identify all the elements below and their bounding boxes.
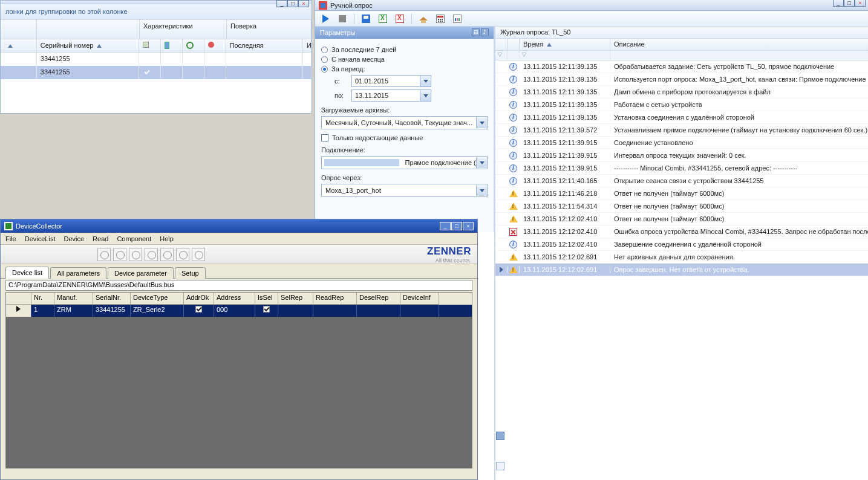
col-deviceinf[interactable]: DeviceInf	[400, 293, 439, 305]
home-button[interactable]	[418, 13, 429, 24]
log-row[interactable]: 13.11.2015 12:11:39.915Соединение устано…	[495, 137, 868, 149]
toolbar-icon[interactable]	[160, 248, 174, 261]
log-row[interactable]: 13.11.2015 12:11:54.314Ответ не получен …	[495, 200, 868, 213]
i-header[interactable]: И	[303, 39, 312, 52]
archives-select[interactable]: Месячный, Суточный, Часовой, Текущие зна…	[321, 116, 488, 129]
dropdown-icon[interactable]	[476, 185, 487, 196]
minimize-button[interactable]: _	[833, 0, 844, 7]
via-select[interactable]: Moxa_13_port_hot	[321, 184, 488, 197]
log-row[interactable]: 13.11.2015 12:12:02.691Нет архивных данн…	[495, 251, 868, 264]
col-address[interactable]: Address	[214, 293, 255, 305]
date-to-input[interactable]: 13.11.2015	[351, 89, 431, 102]
log-row[interactable]: 13.11.2015 12:12:02.410Ошибка опроса уст…	[495, 225, 868, 238]
export-excel-button[interactable]	[377, 13, 388, 24]
dropdown-icon[interactable]	[420, 76, 431, 86]
menu-devicelist[interactable]: DeviceList	[25, 235, 56, 242]
dropdown-icon[interactable]	[476, 157, 487, 168]
log-row[interactable]: 13.11.2015 12:11:39.135Работаем с сетью …	[495, 99, 868, 111]
char-col-2[interactable]	[161, 39, 183, 52]
tab-device-list[interactable]: Device list	[5, 267, 49, 279]
characteristics-group-header[interactable]: Характеристики	[140, 20, 227, 39]
pin-button[interactable]: ⤴	[481, 28, 489, 36]
dropdown-icon[interactable]	[476, 117, 487, 128]
toolbar-icon[interactable]	[129, 248, 142, 261]
menu-device[interactable]: Device	[64, 235, 84, 242]
char-col-3[interactable]	[183, 39, 204, 52]
toolbar-icon[interactable]	[97, 248, 111, 261]
desc-header[interactable]: Описание	[610, 39, 868, 50]
minimize-button[interactable]: _	[276, 0, 287, 7]
tab-device-parameter[interactable]: Device parameter	[108, 267, 174, 279]
log-row[interactable]: 13.11.2015 12:12:02.410Ответ не получен …	[495, 213, 868, 225]
delete-export-button[interactable]	[394, 13, 405, 24]
col-addrok[interactable]: AddrOk	[184, 293, 214, 305]
device-row[interactable]: 33441255	[1, 66, 312, 79]
maximize-button[interactable]: □	[844, 0, 855, 7]
menu-file[interactable]: File	[5, 235, 16, 242]
period-month-radio[interactable]: С начала месяца	[321, 56, 488, 63]
missing-only-checkbox[interactable]: Только недостающие данные	[321, 134, 488, 141]
col-devicetype[interactable]: DeviceType	[131, 293, 184, 305]
col-deselrep[interactable]: DeselRep	[357, 293, 400, 305]
menu-component[interactable]: Component	[117, 235, 151, 242]
log-row[interactable]: 13.11.2015 12:11:39.135Обрабатывается за…	[495, 60, 868, 73]
filter-cell[interactable]: ▽	[520, 51, 610, 60]
dropdown-icon[interactable]	[420, 90, 431, 101]
log-row[interactable]: 13.11.2015 12:11:39.135Используется порт…	[495, 73, 868, 86]
sort-col[interactable]	[1, 39, 37, 52]
log-row[interactable]: 13.11.2015 12:12:02.410Завершение соедин…	[495, 238, 868, 251]
col-issel[interactable]: IsSel	[255, 293, 278, 305]
log-row[interactable]: 13.11.2015 12:11:46.218Ответ не получен …	[495, 187, 868, 200]
stop-button[interactable]	[337, 13, 348, 24]
tab-all-parameters[interactable]: All parameters	[50, 267, 106, 279]
close-button[interactable]: ×	[463, 222, 474, 230]
date-from-input[interactable]: 01.01.2015	[351, 75, 431, 87]
log-row[interactable]: 13.11.2015 12:11:39.915Интервал опроса т…	[495, 149, 868, 162]
period-last7-radio[interactable]: За последние 7 дней	[321, 46, 488, 53]
filter-cell[interactable]	[610, 51, 868, 60]
col-nr[interactable]: Nr.	[31, 293, 54, 305]
autohide-button[interactable]: ⊟	[472, 28, 480, 36]
serial-header[interactable]: Серийный номер	[37, 39, 139, 52]
bus-path[interactable]: C:\ProgramData\ZENNER\GMM\Busses\Default…	[5, 280, 472, 291]
save-button[interactable]	[361, 13, 371, 24]
log-row[interactable]: 13.11.2015 12:11:39.135Установка соедине…	[495, 111, 868, 124]
issel-checkbox[interactable]	[263, 306, 270, 313]
last-header[interactable]: Последняя	[226, 39, 303, 52]
log-row[interactable]: 13.11.2015 12:11:39.915----------- Minoc…	[495, 162, 868, 175]
strip-button-1[interactable]	[496, 432, 504, 440]
device-row[interactable]: 33441255	[1, 53, 312, 66]
col-readrep[interactable]: ReadRep	[313, 293, 357, 305]
menu-read[interactable]: Read	[93, 235, 108, 242]
toolbar-icon[interactable]	[145, 248, 158, 261]
device-grid-row[interactable]: 1 ZRM 33441255 ZR_Serie2 000	[6, 305, 472, 317]
maximize-button[interactable]: □	[287, 0, 298, 7]
col-serial[interactable]: SerialNr.	[93, 293, 131, 305]
tab-setup[interactable]: Setup	[175, 267, 206, 279]
time-header[interactable]: Время	[520, 39, 610, 50]
period-custom-radio[interactable]: За период:	[321, 65, 488, 73]
close-button[interactable]: ×	[298, 0, 309, 7]
log-row[interactable]: 13.11.2015 12:12:02.691Опрос завершен. Н…	[495, 264, 868, 276]
close-button[interactable]: ×	[855, 0, 866, 7]
toolbar-icon[interactable]	[192, 248, 205, 261]
minimize-button[interactable]: _	[440, 222, 451, 230]
maximize-button[interactable]: □	[451, 222, 462, 230]
chart-button[interactable]	[452, 13, 463, 24]
addrok-checkbox[interactable]	[195, 306, 202, 313]
toolbar-icon[interactable]	[176, 248, 189, 261]
filter-cell[interactable]	[507, 51, 520, 60]
log-row[interactable]: 13.11.2015 12:11:39.572Устанавливаем пря…	[495, 124, 868, 137]
col-manuf[interactable]: Manuf.	[54, 293, 93, 305]
col-selrep[interactable]: SelRep	[278, 293, 313, 305]
strip-button-2[interactable]	[496, 462, 504, 470]
filter-cell[interactable]: ▽	[495, 51, 507, 60]
toolbar-icon[interactable]	[113, 248, 126, 261]
log-row[interactable]: 13.11.2015 12:11:39.135Дамп обмена с при…	[495, 86, 868, 99]
log-row[interactable]: 13.11.2015 12:11:40.165Открытие сеанса с…	[495, 175, 868, 187]
char-col-1[interactable]	[139, 39, 161, 52]
play-button[interactable]	[320, 13, 331, 24]
connection-select[interactable]: Прямое подключение (для сети устр-в)	[321, 156, 488, 169]
menu-help[interactable]: Help	[160, 235, 174, 242]
char-col-4[interactable]	[204, 39, 226, 52]
